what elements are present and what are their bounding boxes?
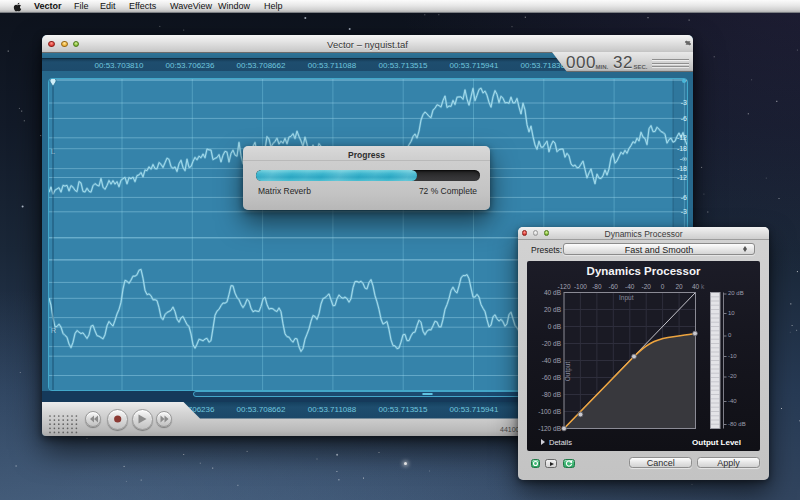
svg-text:-3: -3 bbox=[681, 99, 687, 106]
svg-text:-18: -18 bbox=[677, 165, 687, 172]
svg-text:-3: -3 bbox=[681, 208, 687, 215]
svg-text:-∞: -∞ bbox=[680, 155, 687, 162]
svg-text:-18: -18 bbox=[677, 145, 687, 152]
svg-text:-12: -12 bbox=[677, 174, 687, 181]
svg-text:-6: -6 bbox=[681, 194, 687, 201]
svg-text:-6: -6 bbox=[681, 115, 687, 122]
svg-text:-12: -12 bbox=[677, 134, 687, 141]
